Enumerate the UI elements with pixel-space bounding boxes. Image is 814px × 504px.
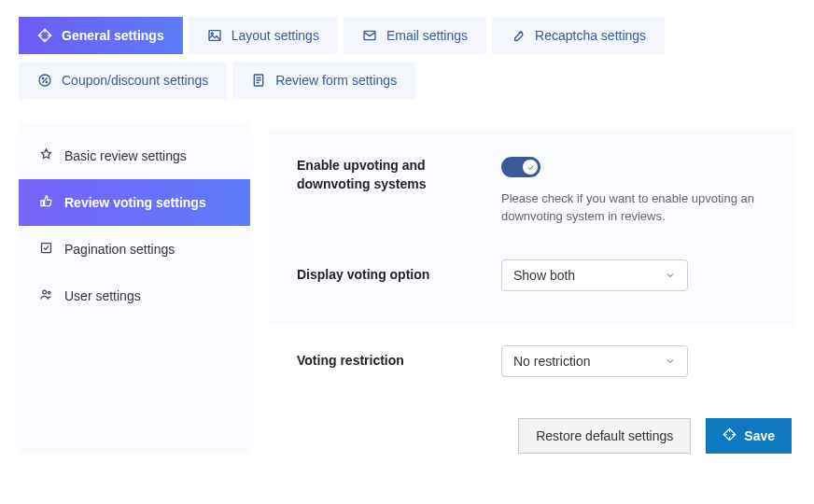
sidebar-item-label: Review voting settings [64,195,206,210]
wrench-icon [511,28,526,43]
sidebar-item-user[interactable]: User settings [19,273,250,319]
select-value: Show both [513,268,575,283]
save-icon [723,427,737,444]
footer-actions: Restore default settings Save [269,418,795,454]
star-icon [39,147,53,164]
tab-general[interactable]: General settings [19,17,183,54]
tab-layout[interactable]: Layout settings [189,17,338,54]
users-icon [39,287,53,304]
sidebar-item-label: User settings [64,288,141,303]
chevron-down-icon [665,356,676,367]
enable-voting-toggle[interactable] [501,157,540,177]
sidebar-item-label: Basic review settings [64,148,187,163]
tab-label: Review form settings [275,73,397,88]
field-help: Please check if you want to enable upvot… [501,190,767,226]
button-label: Save [744,428,775,443]
save-button[interactable]: Save [706,418,792,454]
sidebar-item-pagination[interactable]: Pagination settings [19,226,250,273]
restore-defaults-button[interactable]: Restore default settings [518,418,691,454]
percent-icon [37,73,52,88]
tab-label: Recaptcha settings [535,28,646,43]
envelope-icon [362,28,377,43]
tab-label: General settings [62,28,164,43]
image-icon [207,28,222,43]
svg-point-10 [48,291,50,294]
toggle-knob [523,160,538,175]
tab-recaptcha[interactable]: Recaptcha settings [492,17,665,54]
tab-label: Layout settings [232,28,319,43]
svg-point-2 [211,33,213,35]
settings-sidebar: Basic review settings Review voting sett… [19,123,250,454]
sidebar-item-basic[interactable]: Basic review settings [19,133,250,179]
tab-email[interactable]: Email settings [344,17,486,54]
svg-rect-8 [42,244,51,253]
voting-restriction-select[interactable]: No restriction [501,345,688,377]
tab-coupon[interactable]: Coupon/discount settings [19,62,227,99]
thumbs-up-icon [39,194,53,211]
card-voting: Enable upvoting and downvoting systems P… [269,129,795,325]
top-tabs: General settings Layout settings Email s… [19,17,795,99]
settings-icon [37,28,52,43]
svg-point-5 [42,77,43,78]
sidebar-item-voting[interactable]: Review voting settings [19,179,250,226]
chevron-down-icon [665,270,676,281]
field-label: Display voting option [297,266,488,285]
sidebar-item-label: Pagination settings [64,242,175,257]
settings-content: Enable upvoting and downvoting systems P… [269,123,795,454]
field-label: Enable upvoting and downvoting systems [297,157,488,193]
select-value: No restriction [513,354,590,369]
card-restriction: Voting restriction No restriction [269,345,795,377]
button-label: Restore default settings [536,428,673,443]
svg-point-6 [46,81,47,82]
tab-review-form[interactable]: Review form settings [232,62,415,99]
tab-label: Coupon/discount settings [62,73,208,88]
display-option-select[interactable]: Show both [501,259,688,291]
tab-label: Email settings [386,28,468,43]
checkbox-icon [39,241,53,258]
field-label: Voting restriction [297,352,488,371]
svg-point-9 [43,290,47,294]
form-icon [251,73,266,88]
